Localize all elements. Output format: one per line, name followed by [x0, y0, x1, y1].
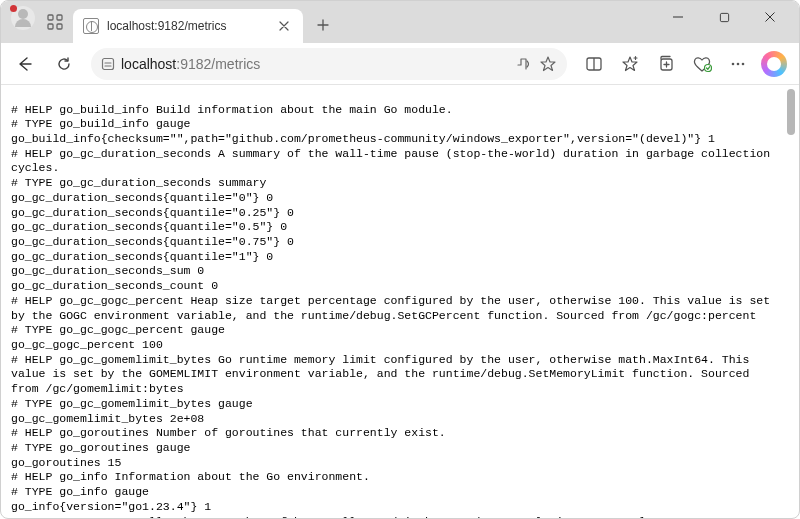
window-close-button[interactable]: [747, 1, 793, 33]
refresh-icon: [55, 55, 73, 73]
svg-rect-2: [48, 24, 53, 29]
browser-essentials-button[interactable]: [685, 48, 719, 80]
titlebar: localhost:9182/metrics: [1, 1, 799, 43]
close-icon: [764, 11, 776, 23]
close-icon: [279, 21, 289, 31]
copilot-icon: [761, 51, 787, 77]
favorites-icon: [621, 55, 639, 73]
svg-point-10: [737, 62, 740, 65]
metrics-text[interactable]: # HELP go_build_info Build information a…: [1, 97, 783, 507]
scrollbar-thumb[interactable]: [787, 89, 795, 135]
svg-rect-4: [720, 13, 728, 21]
url-host: localhost: [121, 56, 176, 72]
new-tab-button[interactable]: [309, 11, 337, 39]
favorites-button[interactable]: [613, 48, 647, 80]
split-screen-button[interactable]: [577, 48, 611, 80]
back-icon: [17, 55, 35, 73]
refresh-button[interactable]: [47, 48, 81, 80]
collections-icon: [657, 55, 675, 73]
page-favicon-icon: [83, 18, 99, 34]
svg-point-11: [742, 62, 745, 65]
toolbar-right: [577, 48, 791, 80]
svg-rect-0: [48, 15, 53, 20]
svg-rect-1: [57, 15, 62, 20]
back-button[interactable]: [9, 48, 43, 80]
notification-dot-icon: [10, 5, 17, 12]
viewport: # HELP go_build_info Build information a…: [1, 85, 799, 518]
maximize-icon: [719, 12, 730, 23]
window-controls: [655, 1, 793, 33]
more-button[interactable]: [721, 48, 755, 80]
svg-rect-3: [57, 24, 62, 29]
minimize-button[interactable]: [655, 1, 701, 33]
read-aloud-icon: [515, 55, 533, 73]
tab-title: localhost:9182/metrics: [107, 19, 267, 33]
url-path: :9182/metrics: [176, 56, 260, 72]
scrollbar[interactable]: [785, 87, 797, 516]
url-text: localhost:9182/metrics: [121, 56, 509, 72]
workspaces-icon: [46, 13, 64, 31]
svg-rect-5: [103, 58, 114, 69]
profile-button[interactable]: [11, 6, 35, 30]
svg-point-9: [732, 62, 735, 65]
split-screen-icon: [585, 55, 603, 73]
minimize-icon: [672, 11, 684, 23]
copilot-button[interactable]: [757, 48, 791, 80]
tab-close-button[interactable]: [275, 17, 293, 35]
toolbar: localhost:9182/metrics: [1, 43, 799, 85]
maximize-button[interactable]: [701, 1, 747, 33]
star-icon[interactable]: [539, 55, 557, 73]
browser-tab[interactable]: localhost:9182/metrics: [73, 9, 303, 43]
heart-pulse-icon: [692, 55, 712, 73]
site-info-icon: [101, 57, 115, 71]
workspaces-button[interactable]: [41, 8, 69, 36]
plus-icon: [317, 19, 329, 31]
collections-button[interactable]: [649, 48, 683, 80]
address-bar[interactable]: localhost:9182/metrics: [91, 48, 567, 80]
more-icon: [729, 55, 747, 73]
